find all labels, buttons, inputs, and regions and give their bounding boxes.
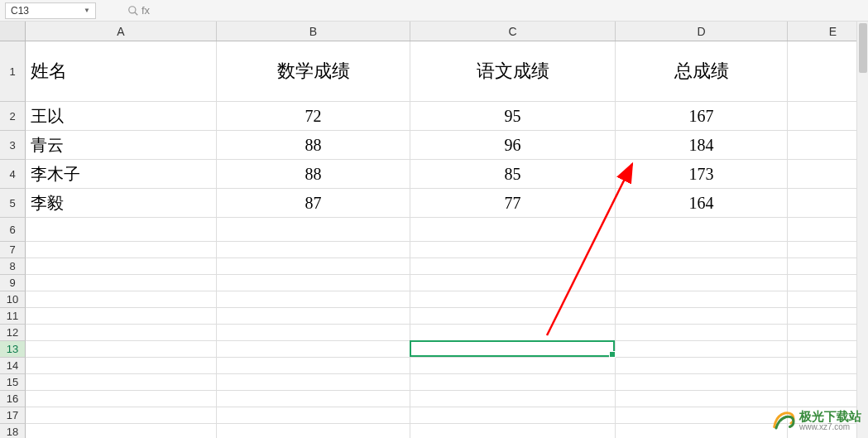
cell-B12[interactable] [217,325,410,341]
cell-B2[interactable]: 72 [217,102,410,131]
cell-D4[interactable]: 173 [616,160,788,189]
column-header-B[interactable]: B [217,22,410,41]
cell-B5[interactable]: 87 [217,189,410,218]
cell-C12[interactable] [410,325,616,341]
cell-D5[interactable]: 164 [616,189,788,218]
cell-B3[interactable]: 88 [217,131,410,160]
cell-B7[interactable] [217,242,410,258]
cell-B6[interactable] [217,218,410,242]
row-header-11[interactable]: 11 [0,308,26,325]
cell-C16[interactable] [410,391,616,407]
cell-B10[interactable] [217,291,410,308]
cell-D17[interactable] [616,407,788,424]
cell-A17[interactable] [26,407,217,424]
cell-C14[interactable] [410,358,616,374]
cell-D13[interactable] [616,341,788,358]
cell-D7[interactable] [616,242,788,258]
cell-B16[interactable] [217,391,410,407]
cell-C4[interactable]: 85 [410,160,616,189]
cell-A18[interactable] [26,424,217,438]
row-header-18[interactable]: 18 [0,424,26,438]
cell-C9[interactable] [410,275,616,291]
cell-C5[interactable]: 77 [410,189,616,218]
cell-C13[interactable] [410,341,616,358]
cell-A8[interactable] [26,258,217,275]
cell-C7[interactable] [410,242,616,258]
cell-D8[interactable] [616,258,788,275]
row-header-6[interactable]: 6 [0,218,26,242]
cell-D18[interactable] [616,424,788,438]
cell-A3[interactable]: 青云 [26,131,217,160]
cell-D9[interactable] [616,275,788,291]
cell-B17[interactable] [217,407,410,424]
row-header-16[interactable]: 16 [0,391,26,407]
cell-C2[interactable]: 95 [410,102,616,131]
cell-A4[interactable]: 李木子 [26,160,217,189]
row-header-9[interactable]: 9 [0,275,26,291]
row-header-2[interactable]: 2 [0,102,26,131]
row-header-15[interactable]: 15 [0,374,26,391]
cell-A12[interactable] [26,325,217,341]
cell-C18[interactable] [410,424,616,438]
cell-C11[interactable] [410,308,616,325]
row-header-17[interactable]: 17 [0,407,26,424]
row-header-14[interactable]: 14 [0,358,26,374]
row-header-5[interactable]: 5 [0,189,26,218]
cell-D6[interactable] [616,218,788,242]
cell-B1[interactable]: 数学成绩 [217,41,410,102]
row-header-8[interactable]: 8 [0,258,26,275]
row-header-1[interactable]: 1 [0,41,26,102]
formula-bar-area[interactable]: fx [127,4,150,17]
cell-B9[interactable] [217,275,410,291]
row-header-4[interactable]: 4 [0,160,26,189]
cell-A1[interactable]: 姓名 [26,41,217,102]
row-header-7[interactable]: 7 [0,242,26,258]
cell-D10[interactable] [616,291,788,308]
cell-A9[interactable] [26,275,217,291]
cell-B15[interactable] [217,374,410,391]
cell-D11[interactable] [616,308,788,325]
vertical-scrollbar[interactable] [856,22,868,438]
chevron-down-icon[interactable]: ▼ [84,7,90,14]
cell-C3[interactable]: 96 [410,131,616,160]
cell-A14[interactable] [26,358,217,374]
cell-A11[interactable] [26,308,217,325]
cell-A16[interactable] [26,391,217,407]
cell-B4[interactable]: 88 [217,160,410,189]
column-header-A[interactable]: A [26,22,217,41]
cell-C1[interactable]: 语文成绩 [410,41,616,102]
cell-D14[interactable] [616,358,788,374]
cell-D15[interactable] [616,374,788,391]
scrollbar-thumb[interactable] [859,23,867,73]
cell-D12[interactable] [616,325,788,341]
cell-A15[interactable] [26,374,217,391]
cell-A5[interactable]: 李毅 [26,189,217,218]
cell-A10[interactable] [26,291,217,308]
cell-B11[interactable] [217,308,410,325]
cell-D3[interactable]: 184 [616,131,788,160]
cell-C10[interactable] [410,291,616,308]
cell-B13[interactable] [217,341,410,358]
column-header-D[interactable]: D [616,22,788,41]
cell-D16[interactable] [616,391,788,407]
cell-C15[interactable] [410,374,616,391]
row-header-10[interactable]: 10 [0,291,26,308]
cell-C17[interactable] [410,407,616,424]
cell-A2[interactable]: 王以 [26,102,217,131]
cell-C6[interactable] [410,218,616,242]
cell-B18[interactable] [217,424,410,438]
cell-C8[interactable] [410,258,616,275]
cell-B8[interactable] [217,258,410,275]
cell-B14[interactable] [217,358,410,374]
column-header-C[interactable]: C [410,22,616,41]
cell-A6[interactable] [26,218,217,242]
cell-reference-input[interactable]: C13 ▼ [5,2,96,19]
cell-D2[interactable]: 167 [616,102,788,131]
cells-grid[interactable]: 姓名数学成绩语文成绩总成绩王以7295167青云8896184李木子888517… [26,41,868,438]
row-header-3[interactable]: 3 [0,131,26,160]
cell-A13[interactable] [26,341,217,358]
row-header-13[interactable]: 13 [0,341,26,358]
select-all-corner[interactable] [0,22,26,41]
cell-D1[interactable]: 总成绩 [616,41,788,102]
cell-A7[interactable] [26,242,217,258]
